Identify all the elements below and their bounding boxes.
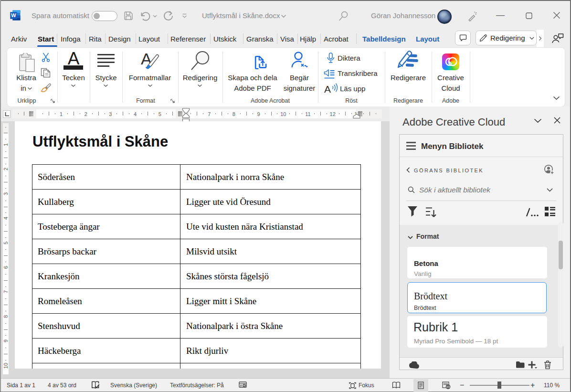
svg-text:W: W — [11, 12, 16, 18]
